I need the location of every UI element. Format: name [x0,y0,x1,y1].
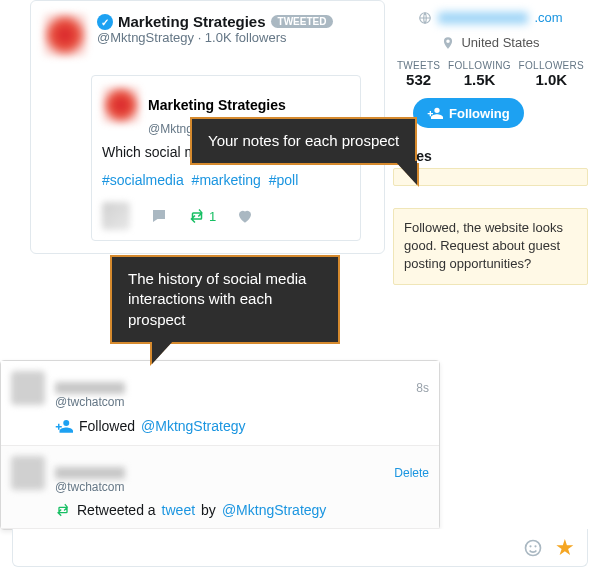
user-handle[interactable]: @twchatcom [55,480,429,494]
website-row[interactable]: .com [393,10,588,25]
user-name-blur [55,382,125,394]
delete-link[interactable]: Delete [394,466,429,480]
profile-header: Marketing Strategies TWEETED @MktngStrat… [43,13,372,57]
verified-icon [97,14,113,30]
website-suffix: .com [534,10,562,25]
profile-sidebar: .com United States TWEETS 532 FOLLOWING … [393,0,588,285]
globe-icon [418,11,432,25]
retweet-icon [55,502,71,518]
hashtag-link[interactable]: #socialmedia [102,172,184,188]
notes-header: Notes [393,148,588,164]
history-action: Retweeted a tweet by @MktngStrategy [55,502,429,518]
profile-handle[interactable]: @MktngStrategy [97,30,194,45]
tweet-link[interactable]: tweet [162,502,195,518]
like-icon[interactable] [236,207,254,225]
reply-icon[interactable] [150,207,168,225]
user-name-blur [55,467,125,479]
tweeted-badge: TWEETED [271,15,334,28]
location-row: United States [393,35,588,50]
hashtag-link[interactable]: #marketing [192,172,261,188]
stats-row: TWEETS 532 FOLLOWING 1.5K FOLLOWERS 1.0K [393,60,588,88]
profile-followers: 1.0K followers [205,30,287,45]
history-action: Followed @MktngStrategy [55,417,429,435]
stat-following[interactable]: FOLLOWING 1.5K [448,60,511,88]
svg-point-3 [534,545,536,547]
callout-history: The history of social media interactions… [110,255,340,344]
history-panel: 8s @twchatcom Followed @MktngStrategy De… [0,360,440,530]
location-icon [441,36,455,50]
bottom-toolbar: ★ [12,529,588,567]
svg-point-2 [529,545,531,547]
stat-followers[interactable]: FOLLOWERS 1.0K [519,60,585,88]
star-icon[interactable]: ★ [555,535,575,561]
callout-notes: Your notes for each prospect [190,117,417,165]
avatar [43,13,87,57]
timestamp: 8s [416,381,429,395]
add-user-icon [427,105,443,121]
hashtags: #socialmedia #marketing #poll [102,172,350,188]
user-handle[interactable]: @twchatcom [55,395,429,409]
following-button[interactable]: Following [413,98,524,128]
follow-icon [55,417,73,435]
tweet-avatar [102,86,140,124]
website-blur [438,12,528,24]
tweet-author: Marketing Strategies [148,97,286,113]
emoji-icon[interactable] [523,538,543,558]
retweet-button[interactable]: 1 [188,207,216,225]
notes-body[interactable]: Followed, the website looks good. Reques… [393,208,588,285]
mention-link[interactable]: @MktngStrategy [141,418,245,434]
history-item: Delete @twchatcom Retweeted a tweet by @… [1,446,439,529]
location-text: United States [461,35,539,50]
history-item: 8s @twchatcom Followed @MktngStrategy [1,361,439,446]
tweet-actions: 1 [102,202,350,230]
retweet-count: 1 [209,209,216,224]
notes-input[interactable] [393,168,588,186]
stat-tweets[interactable]: TWEETS 532 [397,60,440,88]
mention-link[interactable]: @MktngStrategy [222,502,326,518]
profile-name[interactable]: Marketing Strategies [118,13,266,30]
hashtag-link[interactable]: #poll [269,172,299,188]
mini-avatar [102,202,130,230]
avatar [11,371,45,405]
svg-point-1 [526,540,541,555]
avatar [11,456,45,490]
